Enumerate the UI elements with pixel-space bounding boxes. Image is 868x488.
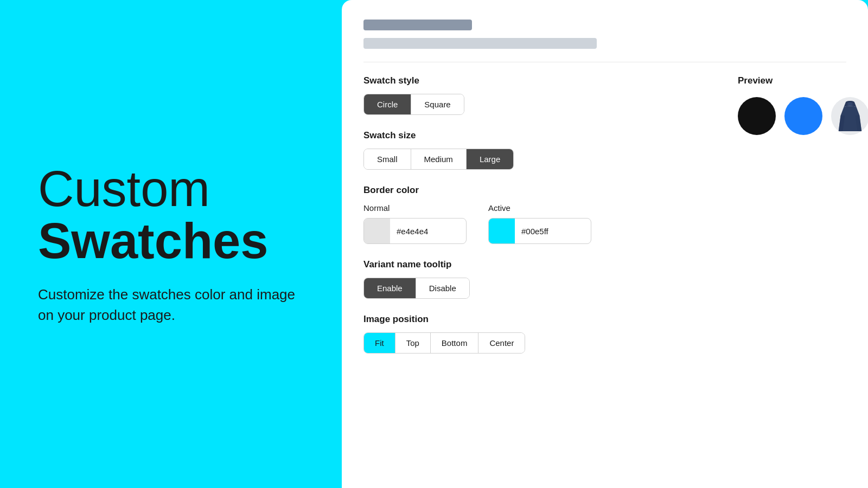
skeleton-bar-short bbox=[363, 20, 472, 30]
preview-swatch-black bbox=[738, 97, 776, 135]
preview-column: Preview bbox=[727, 75, 846, 369]
swatch-style-square-button[interactable]: Square bbox=[411, 94, 463, 114]
active-color-swatch bbox=[489, 219, 515, 243]
hero-title-line2: Swatches bbox=[38, 213, 268, 268]
color-inputs: Normal #e4e4e4 Active #00e5ff bbox=[363, 203, 727, 244]
preview-swatch-blue bbox=[784, 97, 822, 135]
content-area: Swatch style Circle Square Swatch size S… bbox=[363, 75, 846, 369]
normal-color-swatch bbox=[364, 219, 390, 243]
active-color-input[interactable]: #00e5ff bbox=[488, 218, 591, 244]
swatch-style-group: Circle Square bbox=[363, 94, 464, 115]
swatch-style-label: Swatch style bbox=[363, 75, 727, 86]
normal-color-value: #e4e4e4 bbox=[390, 227, 435, 236]
image-position-fit-button[interactable]: Fit bbox=[364, 333, 395, 353]
image-position-label: Image position bbox=[363, 314, 727, 325]
swatch-size-section: Swatch size Small Medium Large bbox=[363, 130, 727, 170]
swatch-style-section: Swatch style Circle Square bbox=[363, 75, 727, 115]
preview-swatch-image bbox=[831, 97, 868, 135]
swatch-style-circle-button[interactable]: Circle bbox=[364, 94, 411, 114]
swatch-size-group: Small Medium Large bbox=[363, 149, 514, 170]
variant-tooltip-group: Enable Disable bbox=[363, 278, 470, 299]
svg-point-0 bbox=[847, 102, 853, 106]
hero-subtitle: Customize the swatches color and image o… bbox=[38, 285, 298, 325]
active-color-label: Active bbox=[488, 203, 591, 213]
image-position-group: Fit Top Bottom Center bbox=[363, 332, 525, 354]
hero-title-line1: Custom bbox=[38, 161, 210, 216]
normal-color-field: Normal #e4e4e4 bbox=[363, 203, 467, 244]
active-color-value: #00e5ff bbox=[515, 227, 555, 236]
image-position-center-button[interactable]: Center bbox=[478, 333, 525, 353]
normal-color-label: Normal bbox=[363, 203, 467, 213]
image-position-bottom-button[interactable]: Bottom bbox=[431, 333, 479, 353]
image-position-top-button[interactable]: Top bbox=[395, 333, 431, 353]
skeleton-bar-long bbox=[363, 38, 597, 49]
divider bbox=[363, 62, 846, 62]
settings-card: Swatch style Circle Square Swatch size S… bbox=[342, 0, 868, 488]
border-color-label: Border color bbox=[363, 185, 727, 196]
swatch-size-label: Swatch size bbox=[363, 130, 727, 141]
settings-column: Swatch style Circle Square Swatch size S… bbox=[363, 75, 727, 369]
preview-swatches bbox=[738, 97, 868, 135]
active-color-field: Active #00e5ff bbox=[488, 203, 591, 244]
variant-tooltip-disable-button[interactable]: Disable bbox=[416, 278, 469, 298]
variant-tooltip-section: Variant name tooltip Enable Disable bbox=[363, 259, 727, 299]
right-panel: Swatch style Circle Square Swatch size S… bbox=[336, 0, 868, 488]
dress-icon bbox=[835, 100, 865, 132]
swatch-size-small-button[interactable]: Small bbox=[364, 149, 411, 169]
swatch-size-large-button[interactable]: Large bbox=[467, 149, 513, 169]
variant-tooltip-enable-button[interactable]: Enable bbox=[364, 278, 416, 298]
variant-tooltip-label: Variant name tooltip bbox=[363, 259, 727, 270]
border-color-section: Border color Normal #e4e4e4 Active bbox=[363, 185, 727, 244]
left-panel: Custom Swatches Customize the swatches c… bbox=[0, 0, 336, 488]
preview-label: Preview bbox=[738, 75, 773, 86]
swatch-size-medium-button[interactable]: Medium bbox=[411, 149, 467, 169]
normal-color-input[interactable]: #e4e4e4 bbox=[363, 218, 467, 244]
hero-title: Custom Swatches bbox=[38, 163, 304, 267]
image-position-section: Image position Fit Top Bottom Center bbox=[363, 314, 727, 354]
